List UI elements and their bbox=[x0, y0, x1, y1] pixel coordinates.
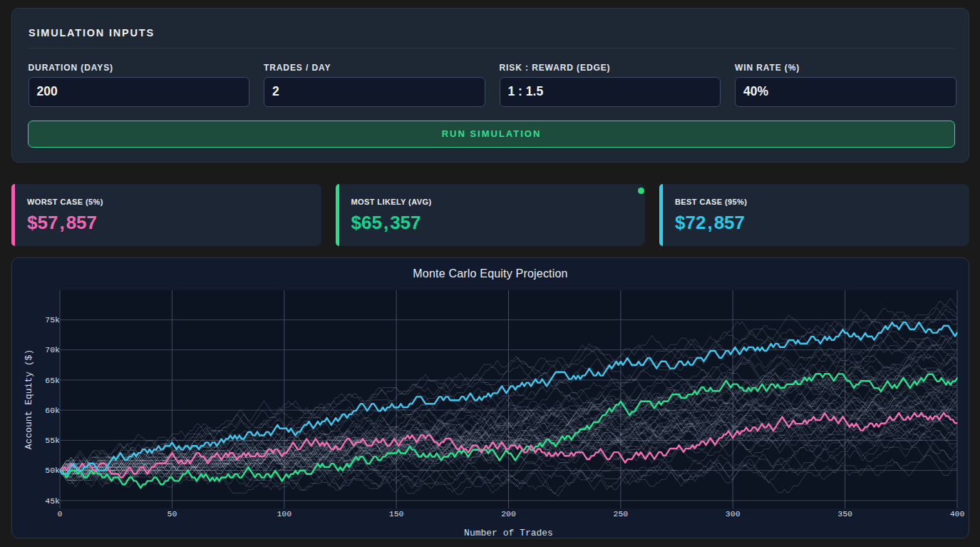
svg-text:60k: 60k bbox=[45, 406, 60, 415]
svg-text:200: 200 bbox=[501, 509, 516, 518]
svg-text:45k: 45k bbox=[45, 496, 60, 506]
svg-text:Account Equity ($): Account Equity ($) bbox=[24, 349, 34, 449]
svg-text:350: 350 bbox=[837, 509, 852, 518]
svg-text:150: 150 bbox=[389, 509, 404, 518]
svg-text:400: 400 bbox=[950, 509, 965, 518]
svg-text:75k: 75k bbox=[45, 315, 60, 324]
svg-text:55k: 55k bbox=[45, 436, 60, 445]
svg-text:50: 50 bbox=[167, 509, 177, 518]
svg-text:70k: 70k bbox=[45, 345, 60, 354]
svg-text:65k: 65k bbox=[45, 376, 60, 385]
svg-text:0: 0 bbox=[58, 509, 63, 518]
svg-text:Number of Trades: Number of Trades bbox=[464, 528, 553, 538]
svg-text:300: 300 bbox=[726, 509, 741, 518]
svg-text:100: 100 bbox=[277, 509, 292, 518]
svg-text:50k: 50k bbox=[45, 466, 60, 475]
svg-text:250: 250 bbox=[614, 509, 629, 518]
